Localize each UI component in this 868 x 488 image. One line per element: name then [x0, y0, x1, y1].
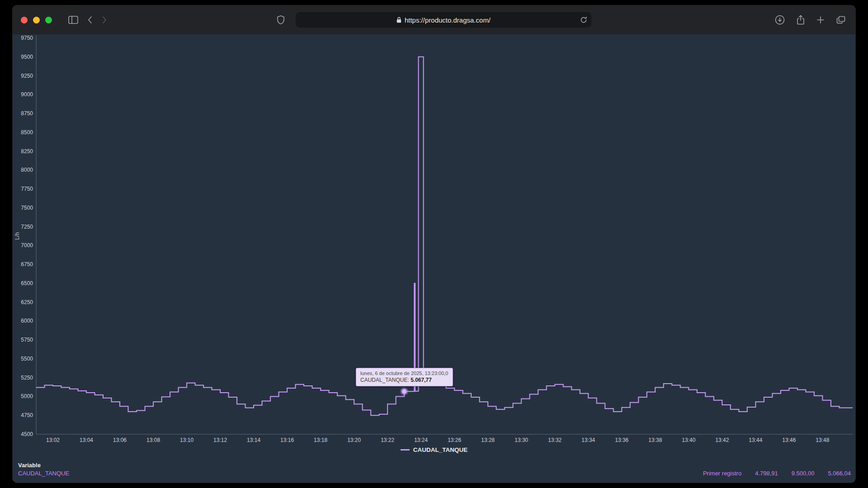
svg-text:13:10: 13:10 — [180, 437, 193, 443]
chart-legend[interactable]: CAUDAL_TANQUE — [13, 446, 855, 453]
svg-text:13:14: 13:14 — [247, 437, 260, 443]
tooltip-datetime: lunes, 6 de octubre de 2025, 13:23:00,0 — [360, 371, 448, 376]
zoom-window-button[interactable] — [45, 17, 52, 23]
tooltip-value-line: CAUDAL_TANQUE: 5.067,77 — [360, 377, 448, 383]
svg-text:7000: 7000 — [21, 242, 33, 249]
svg-text:5000: 5000 — [21, 393, 33, 399]
y-axis-unit-label: L/h — [14, 232, 20, 240]
svg-text:13:28: 13:28 — [481, 437, 495, 443]
svg-text:9500: 9500 — [21, 54, 33, 60]
flow-chart[interactable]: 9750950092509000875085008250800077507500… — [13, 34, 855, 483]
variable-heading: Variable — [18, 462, 41, 469]
svg-text:13:24: 13:24 — [414, 437, 428, 443]
svg-text:8000: 8000 — [21, 167, 33, 173]
svg-text:7750: 7750 — [21, 186, 33, 192]
stats-row: Primer registro 4.798,91 9.500,00 5.066,… — [703, 470, 851, 477]
svg-text:13:30: 13:30 — [514, 437, 528, 443]
svg-text:13:32: 13:32 — [548, 437, 561, 443]
svg-text:13:42: 13:42 — [715, 437, 729, 443]
legend-line-swatch — [401, 449, 410, 450]
svg-text:13:46: 13:46 — [782, 437, 796, 443]
svg-text:13:20: 13:20 — [347, 437, 361, 443]
svg-text:7500: 7500 — [21, 205, 33, 211]
browser-window: https://producto.dragsa.com/ 97509500925… — [13, 5, 855, 483]
tooltip-value: 5.067,77 — [410, 377, 432, 383]
url-text: https://producto.dragsa.com/ — [405, 16, 491, 24]
stat-min: 4.798,91 — [755, 470, 778, 477]
svg-text:4750: 4750 — [21, 412, 33, 418]
svg-text:13:16: 13:16 — [280, 437, 294, 443]
svg-text:13:22: 13:22 — [381, 437, 394, 443]
svg-text:5500: 5500 — [21, 356, 33, 362]
new-tab-icon[interactable] — [816, 16, 825, 24]
sidebar-toggle-icon[interactable] — [68, 16, 78, 24]
window-controls — [21, 17, 52, 23]
variable-name[interactable]: CAUDAL_TANQUE — [18, 470, 69, 477]
svg-text:8250: 8250 — [21, 148, 33, 155]
x-tick-labels: 13:0213:0413:0613:0813:1013:1213:1413:16… — [46, 437, 830, 443]
svg-text:6000: 6000 — [21, 318, 33, 324]
svg-text:13:06: 13:06 — [113, 437, 127, 443]
svg-text:13:38: 13:38 — [648, 437, 662, 443]
address-bar[interactable]: https://producto.dragsa.com/ — [296, 12, 591, 28]
svg-text:5250: 5250 — [21, 375, 33, 381]
y-tick-labels: 9750950092509000875085008250800077507500… — [21, 35, 33, 437]
hover-point-marker — [402, 389, 406, 394]
back-icon[interactable] — [87, 16, 93, 24]
svg-text:13:48: 13:48 — [816, 437, 829, 443]
privacy-shield-icon[interactable] — [277, 15, 285, 24]
svg-text:13:26: 13:26 — [448, 437, 461, 443]
chart-tooltip: lunes, 6 de octubre de 2025, 13:23:00,0 … — [356, 368, 453, 386]
svg-text:5750: 5750 — [21, 337, 33, 343]
browser-toolbar: https://producto.dragsa.com/ — [13, 5, 855, 35]
svg-text:13:34: 13:34 — [581, 437, 595, 443]
svg-text:4500: 4500 — [21, 431, 33, 437]
close-window-button[interactable] — [21, 17, 28, 23]
page-content: 9750950092509000875085008250800077507500… — [13, 34, 855, 483]
svg-text:13:40: 13:40 — [682, 437, 695, 443]
tab-overview-icon[interactable] — [836, 16, 845, 24]
stat-max: 9.500,00 — [792, 470, 815, 477]
svg-text:6250: 6250 — [21, 299, 33, 305]
svg-text:13:36: 13:36 — [615, 437, 628, 443]
svg-text:6500: 6500 — [21, 280, 33, 286]
svg-text:13:04: 13:04 — [80, 437, 93, 443]
series-line-caudal-tanque — [36, 57, 853, 415]
svg-text:13:08: 13:08 — [146, 437, 160, 443]
svg-text:9250: 9250 — [21, 73, 33, 79]
svg-text:13:18: 13:18 — [314, 437, 327, 443]
svg-text:9000: 9000 — [21, 91, 33, 98]
stats-label: Primer registro — [703, 470, 741, 477]
minimize-window-button[interactable] — [33, 17, 40, 23]
downloads-icon[interactable] — [775, 15, 785, 25]
lock-icon — [396, 17, 401, 23]
svg-text:8500: 8500 — [21, 129, 33, 136]
svg-text:8750: 8750 — [21, 110, 33, 117]
svg-text:6750: 6750 — [21, 261, 33, 267]
svg-text:13:02: 13:02 — [46, 437, 60, 443]
forward-icon — [102, 16, 107, 24]
svg-text:13:44: 13:44 — [749, 437, 762, 443]
stat-last: 5.066,04 — [828, 470, 851, 477]
svg-text:7250: 7250 — [21, 224, 33, 230]
share-icon[interactable] — [797, 15, 805, 25]
reload-icon[interactable] — [580, 16, 587, 23]
svg-text:9750: 9750 — [21, 35, 33, 41]
legend-label: CAUDAL_TANQUE — [413, 446, 468, 453]
svg-text:13:12: 13:12 — [213, 437, 227, 443]
